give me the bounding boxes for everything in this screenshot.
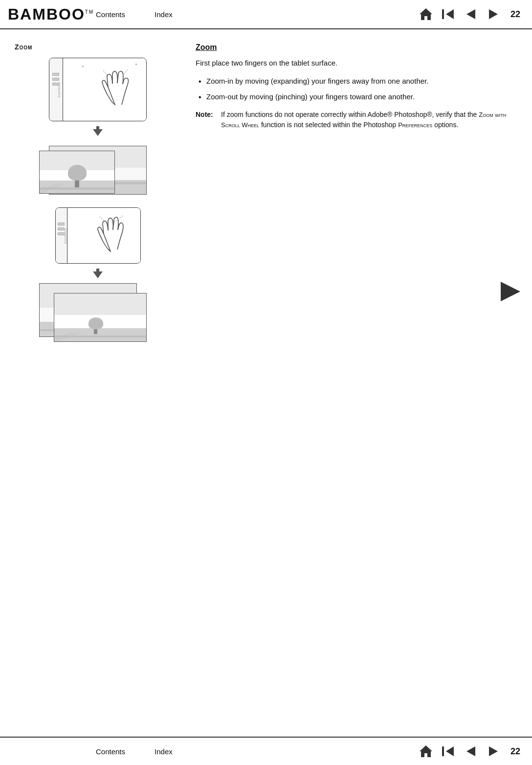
section-title-zoom: Zoom	[15, 43, 181, 51]
svg-marker-3	[466, 9, 475, 19]
zoom-in-illustration: bamboo	[15, 58, 181, 200]
bottom-prev-page-button[interactable]	[462, 742, 480, 761]
svg-marker-18	[420, 745, 432, 757]
illustration-column: Zoom bamboo	[15, 43, 181, 352]
svg-line-15	[54, 333, 79, 341]
bottom-first-page-button[interactable]	[439, 742, 458, 761]
top-navigation: BAMBOOTM Contents Index 22	[0, 0, 532, 29]
bottom-navigation: Contents Index 22	[0, 737, 532, 765]
zoom-out-illustration: bamboo	[15, 207, 181, 347]
text-column: Zoom First place two fingers on the tabl…	[181, 43, 517, 352]
tablet-left-bar-sm: bamboo	[56, 208, 67, 263]
svg-marker-4	[489, 9, 498, 19]
svg-line-9	[40, 183, 64, 193]
tablet-buttons	[52, 73, 59, 86]
landscape-zoom-in	[39, 141, 156, 200]
bullet-item-2: Zoom-out by moving (pinching) your finge…	[196, 91, 517, 103]
first-page-button[interactable]	[439, 5, 458, 23]
tablet-buttons-sm	[58, 223, 65, 235]
svg-marker-17	[501, 282, 520, 301]
intro-text: First place two fingers on the tablet su…	[196, 58, 517, 69]
contents-link[interactable]: Contents	[96, 10, 125, 19]
bullet-list: Zoom-in by moving (expanding) your finge…	[196, 76, 517, 103]
section-heading: Zoom	[196, 43, 517, 52]
arrow-down-1	[15, 124, 181, 138]
tablet-left-bar: bamboo	[49, 58, 63, 121]
home-button[interactable]	[417, 5, 435, 23]
top-nav-links: Contents Index	[86, 10, 417, 19]
svg-rect-14	[96, 269, 99, 273]
svg-line-10	[40, 183, 59, 191]
brand-name: BAMBOOTM	[8, 5, 94, 23]
bottom-index-link[interactable]: Index	[155, 747, 173, 756]
page-number-bottom: 22	[510, 746, 524, 757]
note-block: Note: If zoom functions do not operate c…	[196, 110, 517, 130]
note-label: Note:	[196, 110, 217, 130]
next-page-arrow-right[interactable]	[498, 279, 523, 304]
next-page-button[interactable]	[484, 5, 503, 23]
tablet-zoom-in: bamboo	[49, 58, 147, 121]
main-content: Zoom bamboo	[0, 29, 532, 361]
bullet-item-1: Zoom-in by moving (expanding) your finge…	[196, 76, 517, 87]
landscape-zoom-out	[39, 283, 156, 347]
prev-page-button[interactable]	[462, 5, 480, 23]
bottom-next-page-button[interactable]	[484, 742, 503, 761]
svg-marker-2	[446, 9, 454, 19]
svg-marker-0	[420, 8, 432, 20]
svg-rect-8	[96, 126, 99, 131]
bottom-home-button[interactable]	[417, 742, 435, 761]
svg-marker-22	[489, 746, 498, 756]
bottom-contents-link[interactable]: Contents	[96, 747, 125, 756]
svg-rect-19	[442, 746, 444, 756]
tablet-surface-sm	[69, 208, 140, 263]
logo: BAMBOOTM	[8, 5, 86, 23]
index-link[interactable]: Index	[155, 10, 173, 19]
page-number-top: 22	[510, 9, 524, 20]
tablet-surface: × ×	[63, 58, 146, 121]
bottom-nav-links: Contents Index	[86, 747, 417, 756]
svg-line-6	[123, 69, 128, 75]
svg-rect-1	[442, 9, 444, 19]
note-text: If zoom functions do not operate correct…	[221, 110, 517, 130]
zoom-out-front	[54, 293, 147, 342]
nav-icon-group: 22	[417, 5, 524, 23]
landscape-front	[39, 151, 115, 194]
svg-marker-20	[446, 746, 454, 756]
arrow-down-2	[15, 267, 181, 280]
svg-marker-21	[466, 746, 475, 756]
bottom-nav-icon-group: 22	[417, 742, 524, 761]
tablet-zoom-out: bamboo	[55, 207, 141, 264]
